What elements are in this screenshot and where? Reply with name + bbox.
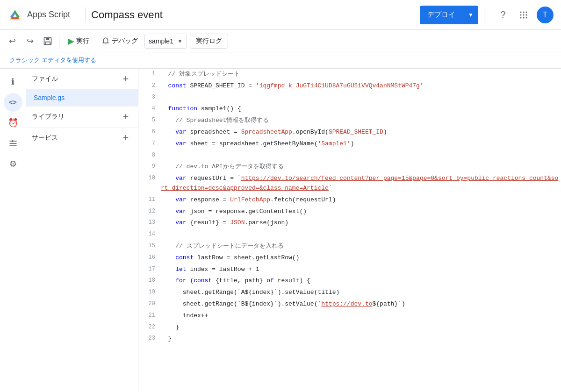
line-number: 4 <box>138 103 161 115</box>
line-number: 22 <box>138 322 161 334</box>
code-line: 13 var {result} = JSON.parse(json) <box>138 217 561 229</box>
code-line: 7 var sheet = spreadsheet.getSheetByName… <box>138 138 561 150</box>
code-line: 1 // 対象スプレッドシート <box>138 69 561 80</box>
app-header: Apps Script Compass event デプロイ ▼ ? T <box>0 0 561 30</box>
line-number: 14 <box>138 229 161 241</box>
sidebar-icons-panel: ℹ <> ⏰ ⚙ <box>0 69 26 391</box>
services-section-label: サービス <box>32 134 58 142</box>
deploy-arrow-icon: ▼ <box>468 12 474 18</box>
add-library-icon: + <box>123 111 129 123</box>
run-label: 実行 <box>76 37 89 45</box>
classic-editor-label: クラシック エディタを使用する <box>9 57 96 64</box>
sidebar-item-settings[interactable]: ⚙ <box>4 155 22 173</box>
line-code: let index = lastRow + 1 <box>161 264 561 276</box>
code-line: 22 } <box>138 322 561 334</box>
function-selector[interactable]: sample1 ▼ <box>144 34 187 49</box>
apps-grid-button[interactable] <box>514 6 533 24</box>
libraries-section-label: ライブラリ <box>32 113 65 121</box>
undo-button[interactable]: ↩ <box>4 33 21 50</box>
sidebar-item-code[interactable]: <> <box>4 93 22 112</box>
run-play-icon: ▶ <box>68 36 74 46</box>
line-number: 5 <box>138 115 161 127</box>
info-icon: ℹ <box>11 77 14 87</box>
user-avatar[interactable]: T <box>537 7 554 23</box>
line-number: 11 <box>138 194 161 206</box>
function-dropdown-icon: ▼ <box>177 38 183 44</box>
code-line: 17 let index = lastRow + 1 <box>138 264 561 276</box>
classic-editor-notice[interactable]: クラシック エディタを使用する <box>0 52 561 69</box>
code-line: 19 sheet.getRange(`A${index}`).setValue(… <box>138 287 561 299</box>
svg-point-6 <box>523 11 525 13</box>
code-line: 20 sheet.getRange(`B${index}`).setValue(… <box>138 299 561 310</box>
line-number: 12 <box>138 206 161 218</box>
svg-rect-16 <box>45 42 50 44</box>
files-section-label: ファイル <box>32 75 58 83</box>
code-editor: 1 // 対象スプレッドシート 2 const SPREAD_SHEET_ID … <box>138 69 561 391</box>
svg-rect-15 <box>46 37 50 40</box>
sidebar-item-executions[interactable] <box>4 134 22 153</box>
svg-point-9 <box>523 14 525 15</box>
svg-point-11 <box>520 17 522 18</box>
help-icon: ? <box>500 9 505 20</box>
svg-marker-4 <box>11 17 19 19</box>
line-code: for (const {title, path} of result) { <box>161 275 561 287</box>
services-section-header: サービス + <box>26 128 138 148</box>
save-icon <box>43 36 52 46</box>
line-number: 3 <box>138 92 161 104</box>
line-number: 18 <box>138 275 161 287</box>
code-line: 4 function sample1() { <box>138 103 561 115</box>
line-code: } <box>161 333 561 345</box>
apps-grid-icon <box>519 10 528 20</box>
line-number: 2 <box>138 80 161 92</box>
add-service-button[interactable]: + <box>119 131 132 144</box>
line-code: sheet.getRange(`B${index}`).setValue(`ht… <box>161 299 561 310</box>
app-name-label: Apps Script <box>27 10 70 20</box>
libraries-section-header: ライブラリ + <box>26 107 138 127</box>
line-number: 17 <box>138 264 161 276</box>
svg-point-12 <box>523 17 525 18</box>
sidebar-item-triggers[interactable]: ⏰ <box>4 114 22 132</box>
add-file-button[interactable]: + <box>119 72 132 86</box>
code-line: 15 // スプレッドシートにデータを入れる <box>138 241 561 252</box>
redo-button[interactable]: ↪ <box>22 33 38 50</box>
help-button[interactable]: ? <box>494 6 512 24</box>
add-service-icon: + <box>123 132 129 144</box>
add-file-icon: + <box>123 73 129 85</box>
line-number: 15 <box>138 241 161 252</box>
line-code: var sheet = spreadsheet.getSheetByName('… <box>161 138 561 150</box>
line-code: var spreadsheet = SpreadsheetApp.openByI… <box>161 127 561 138</box>
line-number: 7 <box>138 138 161 150</box>
run-button[interactable]: ▶ 実行 <box>62 34 95 49</box>
sidebar-item-info[interactable]: ℹ <box>4 72 22 91</box>
line-code <box>161 150 561 162</box>
line-code: index++ <box>161 310 561 322</box>
redo-icon: ↪ <box>27 36 34 46</box>
line-number: 21 <box>138 310 161 322</box>
debug-icon <box>101 37 110 45</box>
deploy-group: デプロイ ▼ <box>420 6 478 24</box>
save-button[interactable] <box>39 33 56 50</box>
code-line: 11 var response = UrlFetchApp.fetch(requ… <box>138 194 561 206</box>
line-number: 13 <box>138 217 161 229</box>
line-code: const SPREAD_SHEET_ID = '1qgfmpd_k_JuGTi… <box>161 80 561 92</box>
add-library-button[interactable]: + <box>119 110 132 123</box>
svg-point-7 <box>526 11 527 13</box>
execution-log-button[interactable]: 実行ログ <box>190 34 228 49</box>
line-code <box>161 92 561 104</box>
code-line: 9 // dev.to APIからデータを取得する <box>138 161 561 173</box>
debug-button[interactable]: デバッグ <box>96 34 144 49</box>
file-item-sample-gs[interactable]: Sample.gs <box>26 89 138 106</box>
project-name-label: Compass event <box>91 9 163 21</box>
header-right-divider <box>484 6 484 24</box>
code-line: 14 <box>138 229 561 241</box>
line-code: // Spreadsheet情報を取得する <box>161 115 561 127</box>
deploy-arrow-button[interactable]: ▼ <box>463 6 478 24</box>
toolbar-sep-1 <box>59 36 59 47</box>
line-number: 6 <box>138 127 161 138</box>
deploy-button[interactable]: デプロイ <box>420 6 463 24</box>
line-code: sheet.getRange(`A${index}`).setValue(tit… <box>161 287 561 299</box>
main-area: ℹ <> ⏰ ⚙ ファイル + Sample.gs <box>0 69 561 391</box>
services-section: サービス + <box>26 128 138 148</box>
svg-point-10 <box>526 14 527 15</box>
code-icon: <> <box>9 99 16 106</box>
